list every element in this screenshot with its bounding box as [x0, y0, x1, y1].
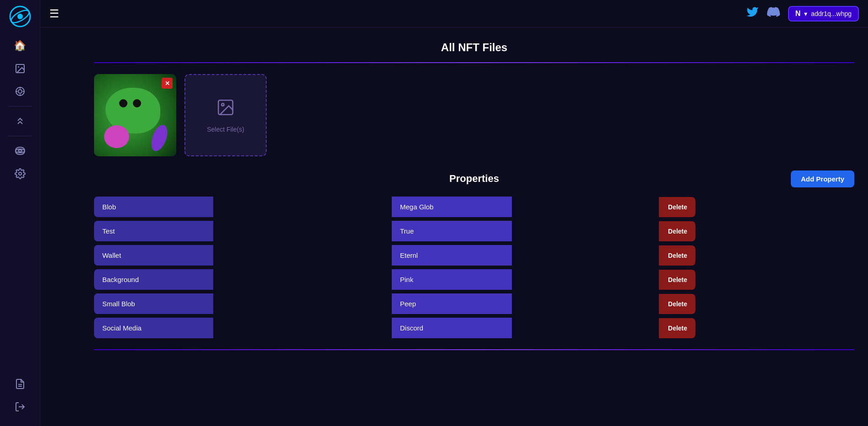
top-header: ☰ N ▾ addr1q...whpg — [40, 0, 868, 27]
property-row: Wallet Eternl Delete — [94, 245, 854, 266]
sidebar-item-settings[interactable] — [10, 164, 30, 184]
property-row: Small Blob Peep Delete — [94, 293, 854, 314]
property-row: Social Media Discord Delete — [94, 318, 854, 338]
properties-header: Properties Add Property — [94, 173, 854, 185]
properties-title: Properties — [94, 173, 854, 185]
wallet-chevron-icon: ▾ — [804, 10, 807, 17]
sidebar-item-boost[interactable] — [10, 111, 30, 131]
sidebar-divider-1 — [8, 106, 32, 106]
sidebar-item-target[interactable] — [10, 81, 30, 101]
add-property-button[interactable]: Add Property — [791, 170, 854, 187]
select-files-label: Select File(s) — [207, 126, 244, 133]
property-key: Blob — [94, 197, 213, 217]
property-delete-button[interactable]: Delete — [659, 245, 695, 266]
select-file-icon — [216, 98, 235, 121]
sidebar-item-spool[interactable] — [10, 141, 30, 161]
property-delete-button[interactable]: Delete — [659, 318, 695, 338]
svg-point-13 — [19, 172, 21, 175]
sidebar: 🏠 — [0, 0, 40, 426]
logo[interactable] — [8, 5, 32, 28]
nft-remove-button[interactable]: ✕ — [162, 78, 173, 89]
property-key: Background — [94, 269, 213, 290]
wallet-network-icon: N — [795, 10, 801, 18]
twitter-icon[interactable] — [746, 5, 759, 21]
property-value: Peep — [392, 293, 512, 314]
page-title: All NFT Files — [94, 41, 854, 54]
properties-table: Blob Mega Glob Delete Test True Delete W… — [94, 193, 854, 342]
property-value: Discord — [392, 318, 512, 338]
property-key: Social Media — [94, 318, 213, 338]
main-content: All NFT Files ✕ Select File(s — [80, 27, 868, 426]
title-underline — [94, 62, 854, 63]
property-row: Blob Mega Glob Delete — [94, 197, 854, 217]
nft-select-card[interactable]: Select File(s) — [184, 74, 267, 156]
wallet-address: addr1q...whpg — [811, 10, 852, 17]
sidebar-item-docs[interactable] — [10, 374, 30, 394]
header-icons: N ▾ addr1q...whpg — [746, 5, 859, 21]
property-row: Test True Delete — [94, 221, 854, 241]
hamburger-menu[interactable]: ☰ — [49, 7, 59, 20]
blob-eye-right — [133, 99, 141, 107]
sidebar-item-home[interactable]: 🏠 — [10, 36, 30, 56]
sidebar-item-image[interactable] — [10, 59, 30, 79]
svg-point-12 — [18, 150, 22, 152]
property-value: Eternl — [392, 245, 512, 266]
property-delete-button[interactable]: Delete — [659, 221, 695, 241]
svg-point-6 — [18, 90, 22, 93]
property-value: Pink — [392, 269, 512, 290]
property-key: Wallet — [94, 245, 213, 266]
nft-files-row: ✕ Select File(s) — [94, 74, 854, 156]
properties-divider — [94, 349, 854, 350]
property-key: Small Blob — [94, 293, 213, 314]
property-delete-button[interactable]: Delete — [659, 270, 695, 290]
blob-eye-left — [119, 99, 127, 107]
property-delete-button[interactable]: Delete — [659, 197, 695, 217]
sidebar-item-logout[interactable] — [10, 397, 30, 417]
property-value: Mega Glob — [392, 197, 512, 217]
property-key: Test — [94, 221, 213, 241]
property-row: Background Pink Delete — [94, 269, 854, 290]
discord-icon[interactable] — [767, 5, 780, 21]
property-delete-button[interactable]: Delete — [659, 294, 695, 314]
svg-point-18 — [221, 103, 224, 106]
blob-small — [104, 125, 129, 148]
sidebar-divider-2 — [8, 136, 32, 136]
svg-point-4 — [18, 66, 19, 68]
svg-point-2 — [17, 14, 23, 19]
nft-file-card-1: ✕ — [94, 74, 176, 156]
sidebar-bottom — [10, 374, 30, 421]
wallet-button[interactable]: N ▾ addr1q...whpg — [788, 6, 859, 21]
property-value: True — [392, 221, 512, 241]
